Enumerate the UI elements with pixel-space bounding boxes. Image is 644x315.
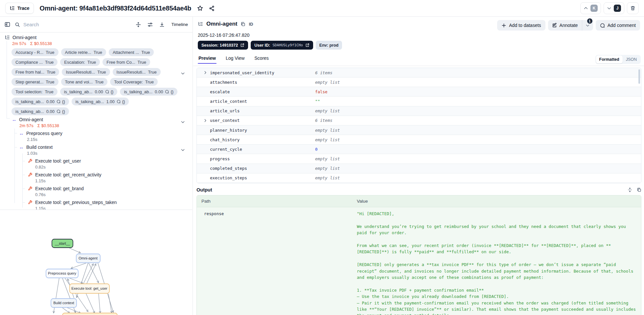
filter-sliders-icon[interactable] — [148, 22, 153, 27]
row-value: empty list — [315, 108, 340, 113]
row-key: user_context — [210, 118, 240, 123]
comment-icon — [165, 90, 169, 94]
chevron-down-icon — [586, 23, 590, 28]
tree-node-tool[interactable]: Execute tool: get_user — [0, 158, 193, 164]
scrollbar-thumb[interactable] — [638, 69, 640, 84]
collapse-panel-icon[interactable] — [5, 22, 10, 27]
score-badge[interactable]: Step generat...True — [12, 78, 58, 86]
collapse-chevron-icon[interactable] — [180, 71, 185, 76]
upvote-user-button[interactable]: K — [580, 2, 601, 14]
row-value: empty list — [315, 128, 340, 133]
tree-node-tool[interactable]: Execute tool: get_recent_activity — [0, 172, 193, 178]
annotate-button[interactable]: Annotate — [548, 20, 582, 31]
span-type-icon: ↔ — [19, 145, 24, 149]
score-badge[interactable]: Tool selection:True — [12, 88, 58, 96]
score-badge[interactable]: is_talking_ab...0.00{} — [60, 88, 118, 96]
preview-content: impersonated_user_identity 6 items attac… — [196, 66, 641, 315]
expand-chevron-icon[interactable] — [203, 119, 207, 123]
row-key: attachments — [210, 80, 237, 85]
score-badge[interactable]: is_talking_ab...0.00{} — [120, 88, 177, 96]
list-tree-icon — [10, 6, 15, 11]
trace-label: Trace — [17, 6, 30, 11]
score-badge[interactable]: Escalation:True — [60, 58, 100, 66]
trace-timestamp: 2025-12-16 07:26:47.820 — [198, 33, 249, 38]
score-badge[interactable]: is_talking_ab...1.00{} — [72, 98, 129, 105]
star-icon[interactable] — [197, 5, 203, 11]
row-value: empty list — [315, 80, 340, 85]
score-badge[interactable]: is_talking_ab...0.00{} — [12, 107, 69, 115]
score-badge[interactable]: Article retrie...True — [61, 48, 106, 56]
timeline-toggle[interactable]: Timeline — [171, 22, 188, 27]
comment-icon — [600, 23, 605, 28]
table-row: escalate false — [197, 87, 641, 97]
tab-log-view[interactable]: Log View — [226, 56, 244, 64]
node-duration: 0.76s — [0, 191, 193, 197]
add-to-datasets-button[interactable]: Add to datasets — [497, 20, 545, 31]
unfold-all-icon[interactable] — [136, 22, 141, 27]
id-label[interactable]: ID — [249, 22, 253, 27]
row-value: empty list — [315, 166, 340, 171]
score-badge[interactable]: is_talking_ab...0.00{} — [12, 98, 69, 105]
format-formatted[interactable]: Formatted — [596, 56, 623, 63]
graph-node-partial[interactable] — [62, 313, 117, 315]
node-name: Execute tool: get_brand — [35, 186, 84, 191]
score-badge[interactable]: Tool Coverage:True — [110, 78, 158, 86]
download-icon[interactable] — [159, 22, 165, 27]
row-value: 6 items — [315, 118, 333, 123]
row-value: false — [315, 89, 328, 94]
node-name: Omni-agent — [12, 35, 36, 40]
score-badge[interactable]: Free from Co...True — [103, 58, 150, 66]
score-badge[interactable]: Attachment ...True — [109, 48, 154, 56]
graph-node-preprocess[interactable]: Preprocess query — [46, 269, 78, 278]
agent-graph: __start__ Omni-agent Preprocess query Ex… — [0, 210, 192, 315]
graph-node-build-context[interactable]: Build context — [51, 299, 77, 307]
expand-section-icon[interactable] — [628, 188, 632, 192]
output-table: Path Value response "Hi [REDACTED], We u… — [196, 195, 641, 315]
table-row: attachments empty list — [197, 78, 641, 87]
list-tree-icon — [198, 21, 203, 27]
table-row: execution_steps empty list — [197, 173, 641, 183]
row-value: empty list — [315, 137, 340, 142]
score-badge[interactable]: Free from hal...True — [12, 68, 59, 76]
copy-id-icon[interactable] — [241, 22, 245, 27]
sidebar-toolbar: Timeline — [0, 17, 193, 33]
annotate-dropdown[interactable]: 1 — [582, 20, 593, 31]
tree-node-tool[interactable]: Execute tool: get_brand — [0, 186, 193, 191]
score-badge[interactable]: Tone and voi...True — [61, 78, 108, 86]
format-json[interactable]: JSON — [623, 56, 640, 63]
score-badge[interactable]: Compliance ...True — [12, 58, 58, 66]
score-badge[interactable]: IssueResoluti...True — [113, 68, 161, 76]
collapse-chevron-icon[interactable] — [180, 120, 185, 124]
row-key: progress — [210, 156, 230, 161]
tree-node-span[interactable]: ↔ Build context — [0, 144, 193, 150]
downvote-user-button[interactable]: J — [604, 2, 624, 14]
tree-node-tool[interactable]: Execute tool: get_previous_steps_taken — [0, 199, 193, 205]
graph-node-agent[interactable]: Omni-agent — [76, 254, 100, 263]
tab-scores[interactable]: Scores — [254, 56, 269, 64]
svg-text:__start__: __start__ — [55, 241, 70, 245]
tree-node-span[interactable]: ↔ Preprocess query — [0, 130, 193, 136]
session-pill[interactable]: Session: 14910372 — [198, 41, 248, 50]
share-icon[interactable] — [209, 6, 215, 11]
delete-trace-button[interactable] — [627, 2, 639, 14]
graph-node-get-user[interactable]: Execute tool: get_user — [70, 284, 109, 293]
avatar: K — [590, 5, 598, 12]
collapse-chevron-icon[interactable] — [180, 147, 185, 152]
graph-node-start[interactable]: __start__ — [52, 239, 73, 248]
tree-node-agent[interactable]: ↔ Omni-agent — [0, 117, 193, 123]
score-badge[interactable]: Accuracy - R...True — [12, 48, 58, 56]
tree-node-root[interactable]: Omni-agent — [0, 34, 193, 40]
add-comment-button[interactable]: Add comment — [596, 20, 640, 31]
user-id-pill[interactable]: User ID: SDAHUSLy9f1CHo — [251, 41, 313, 50]
row-key: chat_history — [210, 137, 240, 142]
row-key: planner_history — [210, 128, 247, 133]
copy-output-icon[interactable] — [637, 188, 641, 192]
node-duration: 1.15s — [0, 178, 193, 184]
expand-chevron-icon[interactable] — [203, 71, 207, 75]
search-input[interactable] — [23, 22, 99, 27]
score-badge[interactable]: IssueResoluti...True — [62, 68, 110, 76]
row-key: current_cycle — [210, 147, 242, 152]
tab-preview[interactable]: Preview — [198, 56, 216, 64]
trace-type-chip[interactable]: Trace — [5, 3, 34, 14]
row-key: impersonated_user_identity — [210, 70, 274, 75]
